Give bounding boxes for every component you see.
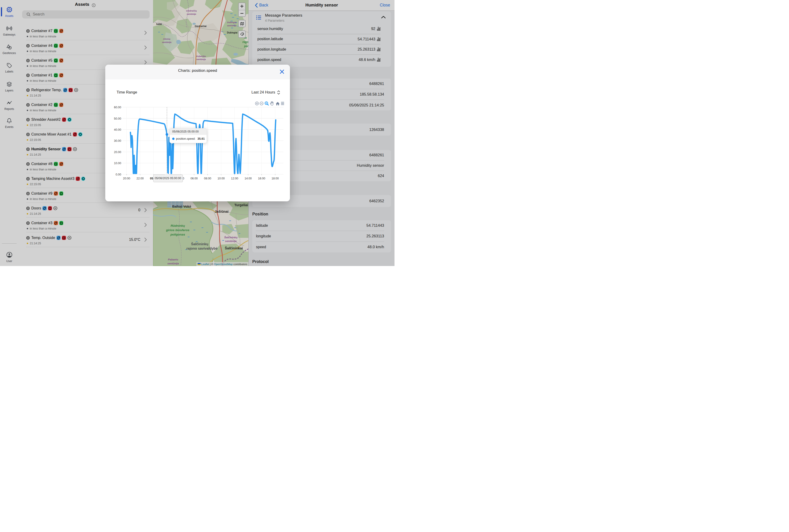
svg-text:08:00: 08:00	[204, 177, 211, 180]
svg-text:20.00: 20.00	[114, 151, 121, 154]
svg-text:40.00: 40.00	[114, 128, 121, 131]
svg-text:10:00: 10:00	[217, 177, 225, 180]
svg-text:30.00: 30.00	[114, 139, 121, 142]
svg-text:20:00: 20:00	[123, 177, 130, 180]
svg-text:50.00: 50.00	[114, 117, 121, 120]
svg-text:06:00: 06:00	[190, 177, 198, 180]
svg-text:22:00: 22:00	[136, 177, 143, 180]
svg-text:14:00: 14:00	[245, 177, 252, 180]
svg-text:16:00: 16:00	[258, 177, 265, 180]
svg-text:10.00: 10.00	[114, 162, 121, 165]
svg-text:12:00: 12:00	[231, 177, 238, 180]
svg-text:0.00: 0.00	[116, 173, 121, 176]
svg-text:60.00: 60.00	[114, 106, 121, 109]
svg-text:18:00: 18:00	[271, 177, 278, 180]
